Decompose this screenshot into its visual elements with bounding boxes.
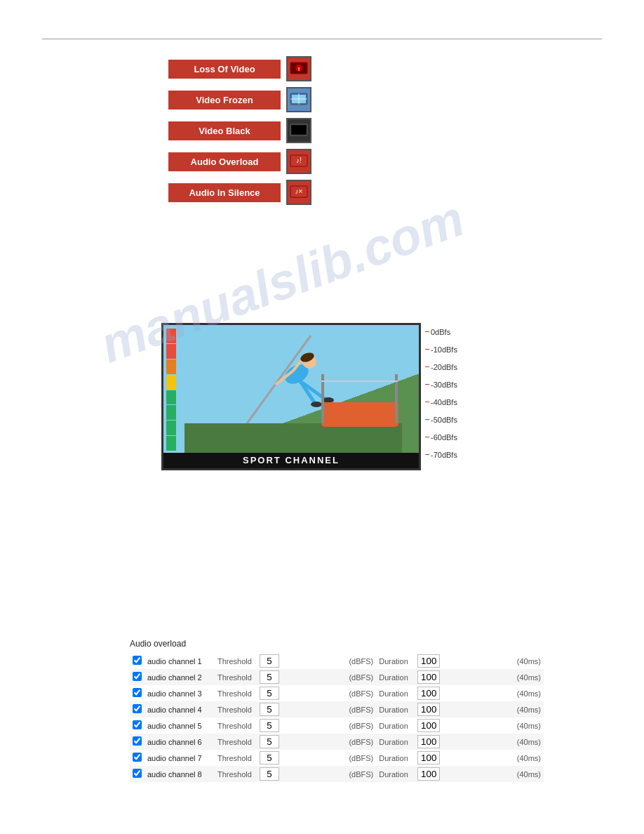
db-tick-2 bbox=[425, 366, 429, 367]
db-tick-3 bbox=[425, 384, 429, 385]
channel-checkbox-cell-7 bbox=[130, 766, 145, 782]
channel-checkbox-0[interactable] bbox=[133, 656, 142, 665]
meter-bar-4 bbox=[166, 375, 176, 390]
db-value-5: -50dBfs bbox=[431, 416, 457, 424]
threshold-input-4[interactable] bbox=[260, 719, 279, 732]
video-black-icon bbox=[286, 118, 311, 143]
table-row: audio channel 6 Threshold (dBFS) Duratio… bbox=[130, 734, 544, 750]
audio-silence-button[interactable]: Audio In Silence bbox=[168, 183, 281, 202]
channel-checkbox-4[interactable] bbox=[133, 720, 142, 729]
alert-row-video-black: Video Black bbox=[168, 118, 311, 143]
athlete-svg bbox=[185, 332, 402, 455]
meter-bar-3 bbox=[166, 359, 176, 374]
channel-checkbox-5[interactable] bbox=[133, 736, 142, 746]
threshold-input-0[interactable] bbox=[260, 654, 279, 668]
threshold-label-1: Threshold bbox=[215, 669, 257, 685]
ms-label-5: (40ms) bbox=[514, 734, 544, 750]
ms-label-2: (40ms) bbox=[514, 685, 544, 701]
audio-silence-icon: ♪× bbox=[286, 180, 311, 205]
channel-name-2: audio channel 3 bbox=[145, 685, 215, 701]
ms-label-3: (40ms) bbox=[514, 701, 544, 717]
unit-label-5: (dBFS) bbox=[346, 734, 376, 750]
channel-table: audio channel 1 Threshold (dBFS) Duratio… bbox=[130, 653, 544, 782]
duration-value-cell-0 bbox=[415, 653, 514, 669]
channel-checkbox-cell-1 bbox=[130, 669, 145, 685]
channel-checkbox-cell-3 bbox=[130, 701, 145, 717]
threshold-input-5[interactable] bbox=[260, 735, 279, 748]
duration-input-6[interactable] bbox=[417, 751, 440, 764]
threshold-input-2[interactable] bbox=[260, 687, 279, 700]
duration-input-1[interactable] bbox=[417, 670, 440, 684]
duration-value-cell-6 bbox=[415, 750, 514, 766]
channel-name-7: audio channel 8 bbox=[145, 766, 215, 782]
threshold-label-4: Threshold bbox=[215, 717, 257, 734]
duration-value-cell-2 bbox=[415, 685, 514, 701]
db-label-0: 0dBfs bbox=[425, 323, 457, 340]
alert-row-loss-of-video: Loss Of Video ! bbox=[168, 56, 311, 81]
threshold-input-7[interactable] bbox=[260, 767, 279, 781]
meter-bar-7 bbox=[166, 421, 176, 435]
db-tick-7 bbox=[425, 454, 429, 455]
channel-checkbox-3[interactable] bbox=[133, 704, 142, 713]
ms-label-0: (40ms) bbox=[514, 653, 544, 669]
table-row: audio channel 2 Threshold (dBFS) Duratio… bbox=[130, 669, 544, 685]
duration-input-2[interactable] bbox=[417, 687, 440, 700]
threshold-input-3[interactable] bbox=[260, 703, 279, 716]
threshold-label-7: Threshold bbox=[215, 766, 257, 782]
svg-text:♪!: ♪! bbox=[296, 157, 302, 164]
channel-checkbox-1[interactable] bbox=[133, 672, 142, 681]
ms-label-6: (40ms) bbox=[514, 750, 544, 766]
channel-name-0: audio channel 1 bbox=[145, 653, 215, 669]
db-value-3: -30dBfs bbox=[431, 380, 457, 389]
table-title: Audio overload bbox=[130, 639, 544, 649]
unit-label-2: (dBFS) bbox=[346, 685, 376, 701]
channel-checkbox-2[interactable] bbox=[133, 688, 142, 697]
duration-label-3: Duration bbox=[376, 701, 415, 717]
duration-input-4[interactable] bbox=[417, 719, 440, 732]
duration-label-6: Duration bbox=[376, 750, 415, 766]
threshold-value-cell-1 bbox=[257, 669, 346, 685]
db-label-6: -60dBfs bbox=[425, 428, 457, 446]
threshold-value-cell-0 bbox=[257, 653, 346, 669]
db-label-2: -20dBfs bbox=[425, 358, 457, 376]
duration-input-5[interactable] bbox=[417, 735, 440, 748]
duration-input-3[interactable] bbox=[417, 703, 440, 716]
svg-text:!: ! bbox=[298, 66, 300, 72]
audio-overload-icon: ♪! bbox=[286, 149, 311, 174]
preview-section: SPORT CHANNEL 0dBfs -10dBfs -20dBfs -30d… bbox=[161, 323, 457, 470]
threshold-label-3: Threshold bbox=[215, 701, 257, 717]
channel-checkbox-cell-4 bbox=[130, 717, 145, 734]
table-row: audio channel 5 Threshold (dBFS) Duratio… bbox=[130, 717, 544, 734]
unit-label-3: (dBFS) bbox=[346, 701, 376, 717]
threshold-input-1[interactable] bbox=[260, 670, 279, 684]
unit-label-1: (dBFS) bbox=[346, 669, 376, 685]
duration-value-cell-5 bbox=[415, 734, 514, 750]
duration-input-7[interactable] bbox=[417, 767, 440, 781]
db-tick-1 bbox=[425, 349, 429, 350]
meter-bar-6 bbox=[166, 405, 176, 420]
duration-input-0[interactable] bbox=[417, 654, 440, 668]
svg-point-21 bbox=[311, 402, 322, 407]
duration-label-5: Duration bbox=[376, 734, 415, 750]
threshold-value-cell-3 bbox=[257, 701, 346, 717]
duration-label-2: Duration bbox=[376, 685, 415, 701]
svg-rect-23 bbox=[185, 423, 402, 455]
ms-label-1: (40ms) bbox=[514, 669, 544, 685]
video-black-button[interactable]: Video Black bbox=[168, 121, 281, 140]
loss-of-video-button[interactable]: Loss Of Video bbox=[168, 60, 281, 79]
threshold-value-cell-6 bbox=[257, 750, 346, 766]
channel-checkbox-6[interactable] bbox=[133, 753, 142, 762]
table-row: audio channel 7 Threshold (dBFS) Duratio… bbox=[130, 750, 544, 766]
db-label-5: -50dBfs bbox=[425, 411, 457, 428]
threshold-input-6[interactable] bbox=[260, 751, 279, 764]
db-value-2: -20dBfs bbox=[431, 363, 457, 371]
duration-value-cell-7 bbox=[415, 766, 514, 782]
channel-checkbox-7[interactable] bbox=[133, 769, 142, 778]
db-value-6: -60dBfs bbox=[431, 433, 457, 442]
threshold-label-0: Threshold bbox=[215, 653, 257, 669]
video-frozen-button[interactable]: Video Frozen bbox=[168, 91, 281, 110]
db-value-4: -40dBfs bbox=[431, 398, 457, 406]
audio-overload-button[interactable]: Audio Overload bbox=[168, 152, 281, 171]
svg-point-20 bbox=[323, 397, 334, 403]
table-row: audio channel 8 Threshold (dBFS) Duratio… bbox=[130, 766, 544, 782]
